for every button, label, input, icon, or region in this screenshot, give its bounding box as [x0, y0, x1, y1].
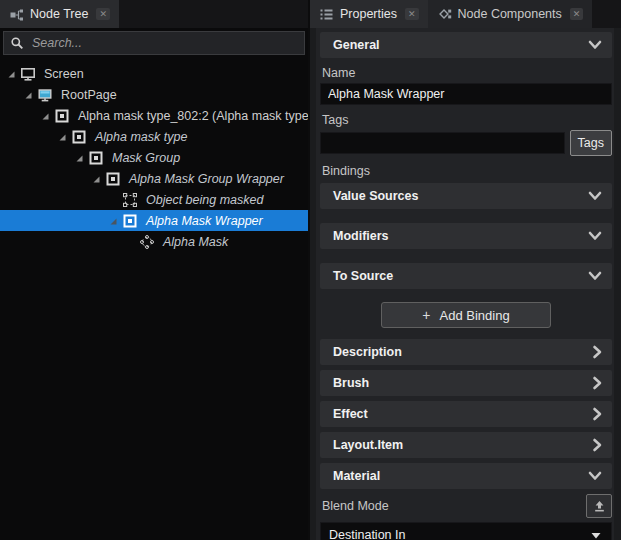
tree-node-label: Alpha Mask Wrapper — [146, 214, 263, 228]
node-tree: Screen RootPage Alpha mask type_802:2 (A… — [0, 58, 308, 540]
section-general[interactable]: General — [320, 32, 612, 58]
tab-label: Properties — [340, 7, 397, 21]
chevron-down-icon — [587, 470, 603, 482]
chevron-right-icon — [591, 437, 603, 453]
tree-node-label: RootPage — [61, 88, 117, 102]
tree-row[interactable]: Alpha Mask — [0, 231, 308, 252]
dropdown-arrow-icon — [589, 529, 603, 540]
close-icon[interactable]: ✕ — [96, 8, 110, 20]
tags-label: Tags — [322, 113, 612, 127]
tree-row[interactable]: RootPage — [0, 84, 308, 105]
chevron-right-icon — [591, 344, 603, 360]
node2d-icon — [87, 150, 104, 166]
chevron-down-icon — [587, 39, 603, 51]
blend-mode-label: Blend Mode — [322, 499, 389, 513]
chevron-down-icon — [587, 190, 603, 202]
section-title: Layout.Item — [333, 438, 403, 452]
expander-icon[interactable] — [4, 69, 17, 79]
node2d-icon — [53, 108, 70, 124]
add-binding-button[interactable]: + Add Binding — [381, 302, 551, 328]
bindings-label: Bindings — [322, 164, 612, 178]
section-title: Modifiers — [333, 229, 389, 243]
tree-node-label: Alpha mask type — [95, 130, 187, 144]
upload-arrow-icon — [592, 499, 607, 514]
tree-row[interactable]: Screen — [0, 63, 308, 84]
section-value-sources[interactable]: Value Sources — [320, 183, 612, 209]
tree-row[interactable]: Mask Group — [0, 147, 308, 168]
tree-row[interactable]: Object being masked — [0, 189, 308, 210]
add-binding-label: Add Binding — [440, 308, 510, 323]
node2d-icon — [104, 171, 121, 187]
tags-button[interactable]: Tags — [570, 130, 612, 156]
search-icon — [10, 36, 24, 50]
tree-node-label: Object being masked — [146, 193, 263, 207]
properties-content: General Name Tags Tags Bindings Value So… — [310, 28, 621, 540]
kanzi-studio-window: Node Tree ✕ Screen RootPage — [0, 0, 621, 540]
node2d-icon — [121, 213, 138, 229]
tree-row[interactable]: Alpha mask type_802:2 (Alpha mask type_ — [0, 105, 308, 126]
screen-icon — [19, 66, 36, 82]
name-field[interactable] — [320, 83, 612, 105]
tree-node-label: Alpha Mask Group Wrapper — [129, 172, 284, 186]
close-icon[interactable]: ✕ — [570, 8, 584, 20]
section-description[interactable]: Description — [320, 339, 612, 365]
chevron-down-icon — [587, 230, 603, 242]
tree-node-label: Mask Group — [112, 151, 180, 165]
tree-node-label: Alpha mask type_802:2 (Alpha mask type_ — [78, 109, 308, 123]
tree-row[interactable]: Alpha mask type — [0, 126, 308, 147]
section-effect[interactable]: Effect — [320, 401, 612, 427]
tree-row[interactable]: Alpha Mask Group Wrapper — [0, 168, 308, 189]
expander-icon[interactable] — [89, 174, 102, 184]
properties-panel: Properties ✕ Node Components ✕ General N… — [308, 0, 621, 540]
expander-icon[interactable] — [55, 132, 68, 142]
expander-icon[interactable] — [72, 153, 85, 163]
tree-node-label: Screen — [44, 67, 84, 81]
section-title: Effect — [333, 407, 368, 421]
search-box[interactable] — [3, 31, 305, 55]
name-label: Name — [322, 66, 612, 80]
expander-icon[interactable] — [106, 216, 119, 226]
tree-row-selected[interactable]: Alpha Mask Wrapper — [0, 210, 308, 231]
ellipse-icon — [138, 234, 155, 250]
tree-node-label: Alpha Mask — [163, 235, 228, 249]
section-layout-item[interactable]: Layout.Item — [320, 432, 612, 458]
selection-icon — [121, 192, 138, 208]
tab-label: Node Tree — [30, 7, 88, 21]
close-icon[interactable]: ✕ — [405, 8, 419, 20]
section-title: Material — [333, 469, 380, 483]
tags-row: Tags — [320, 130, 612, 156]
properties-icon — [319, 7, 334, 22]
rootpage-icon — [36, 87, 53, 103]
tab-properties[interactable]: Properties ✕ — [310, 0, 428, 28]
expander-icon[interactable] — [21, 90, 34, 100]
section-brush[interactable]: Brush — [320, 370, 612, 396]
section-material[interactable]: Material — [320, 463, 612, 489]
node2d-icon — [70, 129, 87, 145]
section-title: Brush — [333, 376, 369, 390]
node-tree-icon — [9, 7, 24, 22]
tab-node-components[interactable]: Node Components ✕ — [428, 0, 593, 28]
properties-tabbar: Properties ✕ Node Components ✕ — [310, 0, 621, 28]
section-title: Value Sources — [333, 189, 418, 203]
blend-mode-dropdown[interactable]: Destination In — [320, 522, 612, 540]
expander-icon[interactable] — [38, 111, 51, 121]
chevron-down-icon — [587, 270, 603, 282]
section-title: General — [333, 38, 380, 52]
section-to-source[interactable]: To Source — [320, 263, 612, 289]
tags-field[interactable] — [320, 132, 565, 154]
tab-label: Node Components — [458, 7, 562, 21]
node-tree-panel: Node Tree ✕ Screen RootPage — [0, 0, 308, 540]
search-input[interactable] — [30, 35, 298, 51]
section-modifiers[interactable]: Modifiers — [320, 223, 612, 249]
node-components-icon — [437, 7, 452, 22]
plus-icon: + — [422, 307, 430, 323]
section-title: Description — [333, 345, 402, 359]
tab-node-tree[interactable]: Node Tree ✕ — [0, 0, 119, 28]
chevron-right-icon — [591, 375, 603, 391]
revert-property-button[interactable] — [586, 494, 612, 518]
node-tree-tabbar: Node Tree ✕ — [0, 0, 308, 28]
blend-mode-row: Blend Mode — [320, 494, 612, 518]
chevron-right-icon — [591, 406, 603, 422]
section-title: To Source — [333, 269, 393, 283]
blend-mode-value: Destination In — [329, 528, 405, 540]
